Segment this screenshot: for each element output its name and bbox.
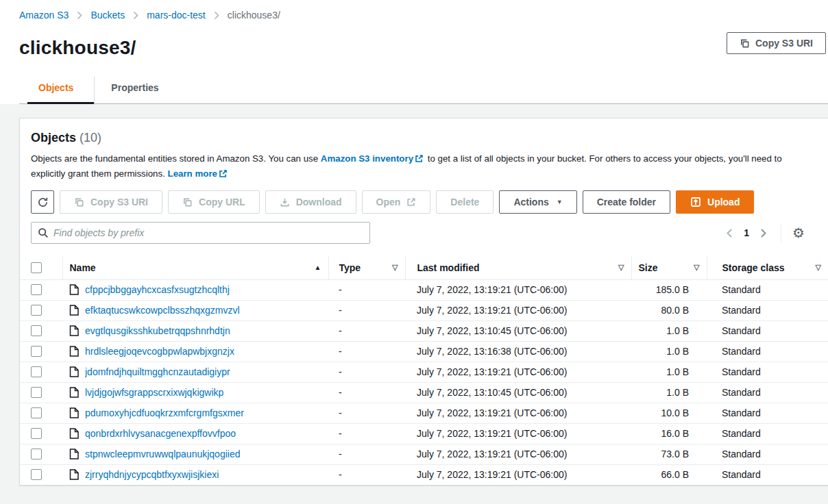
- copy-icon: [740, 38, 750, 49]
- row-checkbox[interactable]: [31, 387, 42, 398]
- object-name-link[interactable]: hrdlsleegjoqevcogbpwlapwbjxgnzjx: [85, 346, 234, 357]
- previous-page-icon[interactable]: [722, 225, 737, 241]
- search-input[interactable]: [53, 227, 363, 238]
- table-row: cfppcjbbggayhcxcasfxsugtzhcqlthj - July …: [20, 279, 828, 300]
- object-last-modified: July 7, 2022, 13:19:21 (UTC-06:00): [405, 464, 631, 485]
- object-type: -: [328, 320, 405, 341]
- search-row: 1 ⚙: [31, 222, 817, 244]
- copy-s3-uri-header-button[interactable]: Copy S3 URI: [727, 32, 826, 54]
- object-last-modified: July 7, 2022, 13:19:21 (UTC-06:00): [405, 279, 631, 300]
- object-type: -: [328, 279, 405, 300]
- download-icon: [280, 197, 290, 207]
- object-last-modified: July 7, 2022, 13:19:21 (UTC-06:00): [405, 300, 631, 320]
- row-checkbox[interactable]: [31, 449, 42, 459]
- object-last-modified: July 7, 2022, 13:19:21 (UTC-06:00): [405, 403, 631, 423]
- objects-panel: Objects (10) Objects are the fundamental…: [19, 118, 828, 486]
- object-storage-class: Standard: [707, 300, 828, 320]
- file-icon: [69, 469, 79, 480]
- divider: [781, 223, 781, 242]
- object-storage-class: Standard: [707, 279, 828, 300]
- object-last-modified: July 7, 2022, 13:10:45 (UTC-06:00): [405, 382, 631, 403]
- column-header-size[interactable]: Size▽: [631, 256, 707, 279]
- object-storage-class: Standard: [707, 403, 828, 423]
- tab-properties[interactable]: Properties: [94, 77, 175, 104]
- row-checkbox[interactable]: [31, 428, 42, 439]
- sort-icon: ▽: [618, 263, 624, 272]
- object-type: -: [328, 403, 405, 423]
- object-size: 73.0 B: [631, 444, 707, 464]
- column-header-type[interactable]: Type▽: [328, 256, 405, 279]
- chevron-right-icon: [77, 11, 82, 20]
- refresh-button[interactable]: [31, 190, 54, 214]
- row-checkbox[interactable]: [31, 305, 42, 316]
- object-last-modified: July 7, 2022, 13:19:21 (UTC-06:00): [405, 444, 631, 464]
- row-checkbox[interactable]: [31, 346, 42, 357]
- object-storage-class: Standard: [707, 423, 828, 444]
- current-page-number[interactable]: 1: [744, 227, 749, 238]
- copy-url-button[interactable]: Copy URL: [168, 190, 260, 214]
- column-header-name[interactable]: Name▲: [62, 256, 328, 279]
- learn-more-link[interactable]: Learn more: [168, 168, 217, 179]
- open-button[interactable]: Open: [362, 190, 431, 214]
- copy-s3-uri-button[interactable]: Copy S3 URI: [60, 190, 162, 214]
- toolbar: Copy S3 URI Copy URL Download Open Delet…: [31, 190, 817, 214]
- object-name-link[interactable]: lvjdjgojwfsgrappscrxixwjqkigwikp: [85, 387, 223, 398]
- next-page-icon[interactable]: [756, 225, 771, 241]
- breadcrumb-bucket-name[interactable]: mars-doc-test: [147, 10, 206, 21]
- object-size: 80.0 B: [631, 300, 707, 320]
- object-storage-class: Standard: [707, 362, 828, 382]
- row-checkbox[interactable]: [31, 407, 42, 418]
- object-size: 1.0 B: [631, 341, 707, 362]
- table-row: pdumoxyhjcdfuoqkrzxmfcrgmfgsxmer - July …: [20, 403, 828, 423]
- table-row: qonbrdxrhlvysanacgenexpffovvfpoo - July …: [20, 423, 828, 444]
- object-name-link[interactable]: evgtlqusgiksshkubetrqqpshnrhdtjn: [85, 325, 230, 336]
- object-name-link[interactable]: jdomfndjhquiltmgghcnzautadigiypr: [85, 366, 230, 377]
- table-row: jdomfndjhquiltmgghcnzautadigiypr - July …: [20, 362, 828, 382]
- object-name-link[interactable]: cfppcjbbggayhcxcasfxsugtzhcqlthj: [85, 284, 230, 295]
- external-link-icon: [406, 197, 416, 207]
- object-storage-class: Standard: [707, 341, 828, 362]
- file-icon: [69, 284, 79, 295]
- preferences-gear-icon[interactable]: ⚙: [792, 226, 805, 240]
- file-icon: [69, 449, 79, 459]
- object-name-link[interactable]: pdumoxyhjcdfuoqkrzxmfcrgmfgsxmer: [85, 407, 244, 418]
- table-header-row: Name▲ Type▽ Last modified▽ Size▽ Storage…: [20, 256, 828, 279]
- table-row: efktaqtucswkcowpclbsszhqxgzmvzvl - July …: [20, 300, 828, 320]
- object-type: -: [328, 423, 405, 444]
- actions-button[interactable]: Actions ▼: [499, 190, 576, 214]
- amazon-s3-inventory-link[interactable]: Amazon S3 inventory: [321, 153, 413, 164]
- create-folder-button[interactable]: Create folder: [583, 190, 670, 214]
- row-checkbox[interactable]: [31, 284, 42, 295]
- object-name-link[interactable]: stpnwcleepmvruwwqlpaunukjqogiied: [85, 449, 240, 459]
- object-name-link[interactable]: qonbrdxrhlvysanacgenexpffovvfpoo: [85, 428, 236, 439]
- column-header-last-modified[interactable]: Last modified▽: [405, 256, 631, 279]
- download-button[interactable]: Download: [265, 190, 356, 214]
- tab-objects[interactable]: Objects: [27, 77, 94, 104]
- object-name-link[interactable]: zjrryqhdnjycypcqbtfxyxwjisjkiexi: [85, 469, 219, 480]
- object-rows: cfppcjbbggayhcxcasfxsugtzhcqlthj - July …: [20, 279, 828, 485]
- breadcrumb-current-folder: clickhouse3/: [228, 10, 280, 21]
- object-size: 1.0 B: [631, 320, 707, 341]
- row-checkbox[interactable]: [31, 325, 42, 336]
- row-checkbox[interactable]: [31, 469, 42, 480]
- breadcrumb-amazon-s3[interactable]: Amazon S3: [19, 10, 69, 21]
- breadcrumb-buckets[interactable]: Buckets: [90, 10, 125, 21]
- chevron-right-icon: [133, 11, 138, 20]
- file-icon: [69, 428, 79, 439]
- object-name-link[interactable]: efktaqtucswkcowpclbsszhqxgzmvzvl: [85, 305, 240, 316]
- delete-button[interactable]: Delete: [436, 190, 494, 214]
- object-size: 10.0 B: [631, 403, 707, 423]
- select-all-checkbox[interactable]: [31, 262, 42, 273]
- table-row: lvjdjgojwfsgrappscrxixwjqkigwikp - July …: [20, 382, 828, 403]
- table-row: evgtlqusgiksshkubetrqqpshnrhdtjn - July …: [20, 320, 828, 341]
- object-type: -: [328, 444, 405, 464]
- page-title: clickhouse3/: [19, 37, 828, 59]
- object-last-modified: July 7, 2022, 13:10:45 (UTC-06:00): [405, 320, 631, 341]
- object-size: 1.0 B: [631, 362, 707, 382]
- row-checkbox[interactable]: [31, 366, 42, 377]
- object-count: (10): [80, 131, 101, 144]
- file-icon: [69, 366, 79, 377]
- upload-button[interactable]: Upload: [676, 190, 754, 214]
- column-header-storage-class[interactable]: Storage class▽: [707, 256, 828, 279]
- file-icon: [69, 407, 79, 418]
